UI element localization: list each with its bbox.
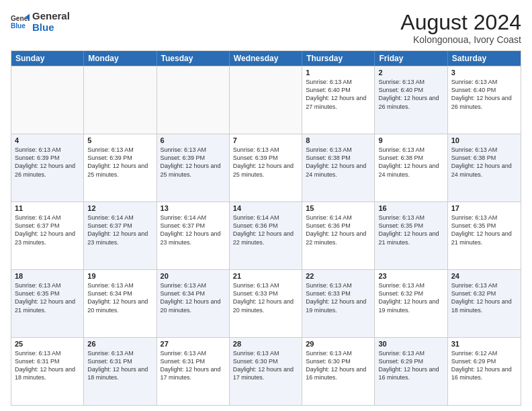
cell-daylight-info: Sunrise: 6:13 AM Sunset: 6:38 PM Dayligh… [378,146,443,179]
cell-daylight-info: Sunrise: 6:13 AM Sunset: 6:40 PM Dayligh… [378,78,443,111]
header-day-saturday: Saturday [448,51,521,66]
cell-daylight-info: Sunrise: 6:13 AM Sunset: 6:39 PM Dayligh… [87,146,152,179]
calendar-cell-6: 6Sunrise: 6:13 AM Sunset: 6:39 PM Daylig… [157,134,230,201]
calendar-cell-29: 29Sunrise: 6:13 AM Sunset: 6:30 PM Dayli… [302,338,375,405]
calendar-cell-1: 1Sunrise: 6:13 AM Sunset: 6:40 PM Daylig… [302,66,375,134]
day-number: 24 [451,272,517,280]
calendar-row-3: 11Sunrise: 6:14 AM Sunset: 6:37 PM Dayli… [11,201,521,269]
day-number: 20 [161,272,226,280]
cell-daylight-info: Sunrise: 6:13 AM Sunset: 6:34 PM Dayligh… [161,281,226,314]
calendar-cell-12: 12Sunrise: 6:14 AM Sunset: 6:37 PM Dayli… [84,202,157,269]
day-number: 16 [378,204,443,212]
calendar-header: SundayMondayTuesdayWednesdayThursdayFrid… [11,51,521,66]
title-block: August 2024 Kolongonoua, Ivory Coast [400,11,521,45]
calendar-cell-24: 24Sunrise: 6:13 AM Sunset: 6:32 PM Dayli… [448,270,521,337]
calendar-body: 1Sunrise: 6:13 AM Sunset: 6:40 PM Daylig… [11,66,521,405]
cell-daylight-info: Sunrise: 6:13 AM Sunset: 6:34 PM Dayligh… [87,281,152,314]
calendar-row-4: 18Sunrise: 6:13 AM Sunset: 6:35 PM Dayli… [11,269,521,337]
calendar-cell-9: 9Sunrise: 6:13 AM Sunset: 6:38 PM Daylig… [375,134,447,201]
day-number: 11 [15,204,80,212]
cell-daylight-info: Sunrise: 6:13 AM Sunset: 6:35 PM Dayligh… [451,214,517,246]
day-number: 6 [161,136,226,144]
cell-daylight-info: Sunrise: 6:13 AM Sunset: 6:33 PM Dayligh… [306,281,371,314]
cell-daylight-info: Sunrise: 6:13 AM Sunset: 6:30 PM Dayligh… [306,349,371,382]
header-day-thursday: Thursday [302,51,375,66]
calendar-cell-empty [11,66,84,134]
calendar-cell-17: 17Sunrise: 6:13 AM Sunset: 6:35 PM Dayli… [448,202,521,269]
header-day-tuesday: Tuesday [157,51,230,66]
day-number: 4 [15,136,80,144]
day-number: 3 [451,68,517,77]
day-number: 26 [87,340,152,348]
calendar-cell-13: 13Sunrise: 6:14 AM Sunset: 6:37 PM Dayli… [157,202,230,269]
cell-daylight-info: Sunrise: 6:14 AM Sunset: 6:37 PM Dayligh… [15,214,80,246]
calendar-row-2: 4Sunrise: 6:13 AM Sunset: 6:39 PM Daylig… [11,134,521,201]
day-number: 9 [378,136,443,144]
header-day-wednesday: Wednesday [230,51,302,66]
calendar-cell-14: 14Sunrise: 6:14 AM Sunset: 6:36 PM Dayli… [230,202,302,269]
calendar-cell-empty [84,66,157,134]
cell-daylight-info: Sunrise: 6:13 AM Sunset: 6:40 PM Dayligh… [451,78,517,111]
cell-daylight-info: Sunrise: 6:13 AM Sunset: 6:30 PM Dayligh… [233,349,298,382]
day-number: 7 [233,136,298,144]
calendar-cell-3: 3Sunrise: 6:13 AM Sunset: 6:40 PM Daylig… [448,66,521,134]
calendar-cell-empty [230,66,302,134]
calendar-cell-18: 18Sunrise: 6:13 AM Sunset: 6:35 PM Dayli… [11,270,84,337]
cell-daylight-info: Sunrise: 6:13 AM Sunset: 6:31 PM Dayligh… [87,349,152,382]
cell-daylight-info: Sunrise: 6:13 AM Sunset: 6:31 PM Dayligh… [161,349,226,382]
logo-blue: Blue [32,22,70,34]
page: General Blue General Blue August 2024 Ko… [0,0,532,411]
calendar-cell-22: 22Sunrise: 6:13 AM Sunset: 6:33 PM Dayli… [302,270,375,337]
calendar-cell-11: 11Sunrise: 6:14 AM Sunset: 6:37 PM Dayli… [11,202,84,269]
cell-daylight-info: Sunrise: 6:12 AM Sunset: 6:29 PM Dayligh… [451,349,517,382]
day-number: 27 [161,340,226,348]
day-number: 8 [306,136,371,144]
cell-daylight-info: Sunrise: 6:13 AM Sunset: 6:32 PM Dayligh… [378,281,443,314]
calendar-cell-19: 19Sunrise: 6:13 AM Sunset: 6:34 PM Dayli… [84,270,157,337]
calendar-cell-2: 2Sunrise: 6:13 AM Sunset: 6:40 PM Daylig… [375,66,447,134]
day-number: 14 [233,204,298,212]
calendar-cell-empty [157,66,230,134]
cell-daylight-info: Sunrise: 6:13 AM Sunset: 6:38 PM Dayligh… [451,146,517,179]
calendar-cell-4: 4Sunrise: 6:13 AM Sunset: 6:39 PM Daylig… [11,134,84,201]
calendar: SundayMondayTuesdayWednesdayThursdayFrid… [11,50,521,406]
cell-daylight-info: Sunrise: 6:14 AM Sunset: 6:36 PM Dayligh… [233,214,298,246]
calendar-cell-30: 30Sunrise: 6:13 AM Sunset: 6:29 PM Dayli… [375,338,447,405]
calendar-cell-21: 21Sunrise: 6:13 AM Sunset: 6:33 PM Dayli… [230,270,302,337]
svg-text:Blue: Blue [11,22,26,30]
calendar-cell-5: 5Sunrise: 6:13 AM Sunset: 6:39 PM Daylig… [84,134,157,201]
header-day-sunday: Sunday [11,51,84,66]
cell-daylight-info: Sunrise: 6:13 AM Sunset: 6:35 PM Dayligh… [378,214,443,246]
cell-daylight-info: Sunrise: 6:13 AM Sunset: 6:39 PM Dayligh… [161,146,226,179]
day-number: 21 [233,272,298,280]
cell-daylight-info: Sunrise: 6:13 AM Sunset: 6:33 PM Dayligh… [233,281,298,314]
calendar-cell-8: 8Sunrise: 6:13 AM Sunset: 6:38 PM Daylig… [302,134,375,201]
calendar-cell-16: 16Sunrise: 6:13 AM Sunset: 6:35 PM Dayli… [375,202,447,269]
day-number: 2 [378,68,443,77]
header-day-friday: Friday [375,51,447,66]
day-number: 1 [306,68,371,77]
day-number: 29 [306,340,371,348]
cell-daylight-info: Sunrise: 6:13 AM Sunset: 6:38 PM Dayligh… [306,146,371,179]
day-number: 25 [15,340,80,348]
cell-daylight-info: Sunrise: 6:13 AM Sunset: 6:31 PM Dayligh… [15,349,80,382]
day-number: 30 [378,340,443,348]
calendar-cell-28: 28Sunrise: 6:13 AM Sunset: 6:30 PM Dayli… [230,338,302,405]
logo-icon: General Blue [11,13,30,32]
header: General Blue General Blue August 2024 Ko… [11,11,521,45]
day-number: 13 [161,204,226,212]
cell-daylight-info: Sunrise: 6:13 AM Sunset: 6:35 PM Dayligh… [15,281,80,314]
day-number: 15 [306,204,371,212]
calendar-row-5: 25Sunrise: 6:13 AM Sunset: 6:31 PM Dayli… [11,337,521,405]
day-number: 17 [451,204,517,212]
day-number: 12 [87,204,152,212]
calendar-row-1: 1Sunrise: 6:13 AM Sunset: 6:40 PM Daylig… [11,66,521,134]
day-number: 5 [87,136,152,144]
cell-daylight-info: Sunrise: 6:14 AM Sunset: 6:36 PM Dayligh… [306,214,371,246]
month-year: August 2024 [400,11,521,34]
cell-daylight-info: Sunrise: 6:13 AM Sunset: 6:40 PM Dayligh… [306,78,371,111]
day-number: 31 [451,340,517,348]
cell-daylight-info: Sunrise: 6:13 AM Sunset: 6:39 PM Dayligh… [15,146,80,179]
calendar-cell-23: 23Sunrise: 6:13 AM Sunset: 6:32 PM Dayli… [375,270,447,337]
calendar-cell-31: 31Sunrise: 6:12 AM Sunset: 6:29 PM Dayli… [448,338,521,405]
